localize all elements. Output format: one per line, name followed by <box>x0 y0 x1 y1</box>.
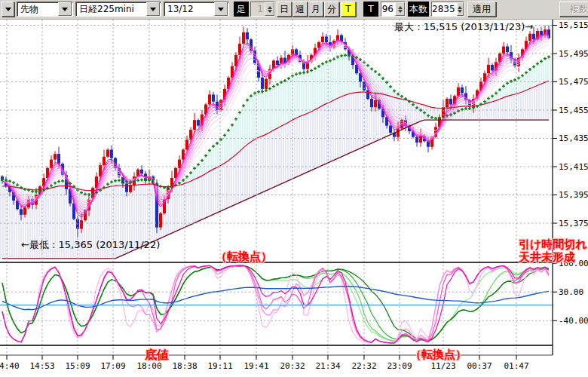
time-tick-label: 00:37 <box>467 361 492 371</box>
price-tick-label: 15,415 <box>559 162 588 172</box>
turning-point-annotation-1: （転換点） <box>216 250 272 264</box>
time-tick-label: 21:34 <box>315 361 340 371</box>
min-price-annotation: ←最低 : 15,365 (2013/11/22) <box>21 238 160 252</box>
time-tick-label: 20:32 <box>280 361 305 371</box>
max-price-annotation: 最大 : 15,515 (2013/11/23)→ <box>394 20 533 34</box>
price-tick-label: 15,435 <box>559 133 588 143</box>
time-tick-label: 19:41 <box>243 361 268 371</box>
oscillator-tick-label: -40.00 <box>559 316 588 326</box>
time-tick-label: 11/23 <box>430 361 455 371</box>
price-tick-label: 15,515 <box>559 20 588 30</box>
no-ceiling-annotation: 天井未形成 <box>519 250 575 265</box>
price-tick-label: 15,495 <box>559 49 588 59</box>
price-tick-label: 15,395 <box>559 190 588 200</box>
price-tick-label: 15,475 <box>559 77 588 87</box>
time-tick-label: 15:09 <box>65 361 90 371</box>
time-tick-label: 01:47 <box>504 361 528 371</box>
time-tick-label: 14:40 <box>0 361 20 371</box>
price-tick-label: 15,455 <box>559 106 588 115</box>
bottom-price-annotation: 底値 <box>145 348 169 363</box>
chart-canvas[interactable] <box>0 0 588 377</box>
turning-point-annotation-2: （転換点） <box>410 348 467 362</box>
time-tick-label: 23:09 <box>387 361 412 371</box>
time-tick-label: 14:53 <box>29 361 54 371</box>
chart-application: 先物 日経225mini 13/12 足 1 日 週 月 分 T T 96 本数… <box>0 0 588 377</box>
price-tick-label: 15,375 <box>559 219 588 228</box>
time-tick-label: 22:32 <box>351 361 376 371</box>
time-tick-label: 18:38 <box>172 361 197 371</box>
time-tick-label: 17:09 <box>100 361 125 371</box>
oscillator-tick-label: 30.00 <box>559 287 583 297</box>
time-tick-label: 19:11 <box>207 361 232 371</box>
